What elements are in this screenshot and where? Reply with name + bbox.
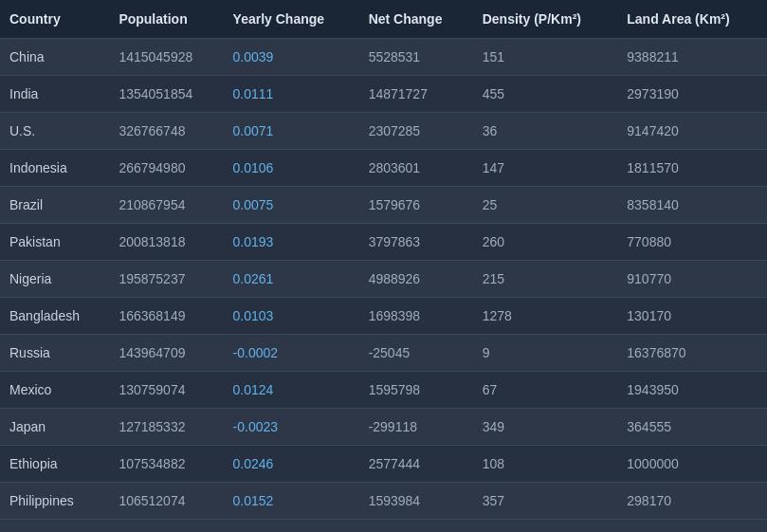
cell-land_area: 9147420 [617, 113, 767, 150]
table-row: Nigeria1958752370.02614988926215910770 [0, 261, 767, 298]
cell-population: 200813818 [109, 224, 223, 261]
cell-land_area: 16376870 [617, 335, 767, 372]
cell-net_change: 1593984 [359, 483, 473, 520]
table-row: Brazil2108679540.00751579676258358140 [0, 187, 767, 224]
column-header-population: Population [109, 0, 223, 39]
cell-net_change: 2307285 [359, 113, 473, 150]
cell-net_change: 1579676 [359, 187, 473, 224]
cell-net_change: -25045 [359, 335, 473, 372]
cell-country: India [0, 76, 109, 113]
cell-population: 1415045928 [109, 39, 223, 76]
cell-land_area: 1943950 [617, 372, 767, 409]
cell-country: U.S. [0, 113, 109, 150]
cell-density: 357 [473, 483, 618, 520]
cell-land_area: 2973190 [617, 76, 767, 113]
cell-population: 127185332 [109, 409, 223, 446]
cell-yearly_change: 0.0124 [224, 372, 359, 409]
cell-yearly_change: 0.0075 [224, 187, 359, 224]
cell-country: Philippines [0, 483, 109, 520]
cell-country: Russia [0, 335, 109, 372]
cell-density: 67 [473, 372, 618, 409]
column-header-country: Country [0, 0, 109, 39]
table-row: China14150459280.003955285311519388211 [0, 39, 767, 76]
cell-density: 260 [473, 224, 618, 261]
cell-density: 147 [473, 150, 618, 187]
table-row: U.S.3267667480.00712307285369147420 [0, 113, 767, 150]
cell-country: Pakistan [0, 224, 109, 261]
cell-population: 130759074 [109, 372, 223, 409]
cell-country: Bangladesh [0, 298, 109, 335]
table-row: Ethiopia1075348820.024625774441081000000 [0, 446, 767, 483]
cell-net_change: 2803601 [359, 150, 473, 187]
cell-density: 1278 [473, 298, 618, 335]
cell-density: 25 [473, 187, 618, 224]
cell-yearly_change: 0.0111 [224, 76, 359, 113]
column-header-land-area: Land Area (Km²) [617, 0, 767, 39]
cell-land_area: 298170 [617, 483, 767, 520]
cell-yearly_change: 0.0103 [224, 298, 359, 335]
cell-population: 326766748 [109, 113, 223, 150]
table-row: India13540518540.0111148717274552973190 [0, 76, 767, 113]
table-row: Bangladesh1663681490.0103169839812781301… [0, 298, 767, 335]
cell-net_change: 1698398 [359, 298, 473, 335]
cell-population: 210867954 [109, 187, 223, 224]
cell-yearly_change: -0.0023 [224, 409, 359, 446]
table-row: Mexico1307590740.01241595798671943950 [0, 372, 767, 409]
cell-net_change: 5528531 [359, 39, 473, 76]
cell-land_area: 9388211 [617, 39, 767, 76]
cell-land_area: 910770 [617, 261, 767, 298]
column-header-density: Density (P/Km²) [473, 0, 618, 39]
cell-population: 266794980 [109, 150, 223, 187]
cell-yearly_change: -0.0002 [224, 335, 359, 372]
cell-density: 9 [473, 335, 618, 372]
cell-country: Nigeria [0, 261, 109, 298]
cell-population: 143964709 [109, 335, 223, 372]
cell-net_change: 2577444 [359, 446, 473, 483]
cell-population: 1354051854 [109, 76, 223, 113]
cell-land_area: 364555 [617, 409, 767, 446]
cell-net_change: 14871727 [359, 76, 473, 113]
cell-country: China [0, 39, 109, 76]
cell-yearly_change: 0.0193 [224, 224, 359, 261]
table-row: Pakistan2008138180.01933797863260770880 [0, 224, 767, 261]
table-row: Philippines1065120740.015215939843572981… [0, 483, 767, 520]
cell-density: 349 [473, 409, 618, 446]
cell-population: 106512074 [109, 483, 223, 520]
cell-land_area: 8358140 [617, 187, 767, 224]
table-row: Indonesia2667949800.01062803601147181157… [0, 150, 767, 187]
cell-density: 215 [473, 261, 618, 298]
cell-yearly_change: 0.0071 [224, 113, 359, 150]
cell-net_change: 3797863 [359, 224, 473, 261]
cell-density: 151 [473, 39, 618, 76]
cell-net_change: 4988926 [359, 261, 473, 298]
cell-country: Brazil [0, 187, 109, 224]
table-header-row: Country Population Yearly Change Net Cha… [0, 0, 767, 39]
cell-land_area: 130170 [617, 298, 767, 335]
cell-net_change: -299118 [359, 409, 473, 446]
cell-country: Ethiopia [0, 446, 109, 483]
population-table: Country Population Yearly Change Net Cha… [0, 0, 767, 520]
cell-land_area: 770880 [617, 224, 767, 261]
cell-population: 107534882 [109, 446, 223, 483]
table-row: Japan127185332-0.0023-299118349364555 [0, 409, 767, 446]
cell-land_area: 1811570 [617, 150, 767, 187]
cell-yearly_change: 0.0106 [224, 150, 359, 187]
cell-yearly_change: 0.0039 [224, 39, 359, 76]
cell-yearly_change: 0.0261 [224, 261, 359, 298]
cell-density: 455 [473, 76, 618, 113]
column-header-yearly-change: Yearly Change [224, 0, 359, 39]
cell-country: Japan [0, 409, 109, 446]
cell-country: Indonesia [0, 150, 109, 187]
cell-yearly_change: 0.0246 [224, 446, 359, 483]
table-row: Russia143964709-0.0002-25045916376870 [0, 335, 767, 372]
cell-land_area: 1000000 [617, 446, 767, 483]
column-header-net-change: Net Change [359, 0, 473, 39]
cell-density: 108 [473, 446, 618, 483]
cell-yearly_change: 0.0152 [224, 483, 359, 520]
cell-density: 36 [473, 113, 618, 150]
cell-population: 195875237 [109, 261, 223, 298]
cell-country: Mexico [0, 372, 109, 409]
cell-net_change: 1595798 [359, 372, 473, 409]
cell-population: 166368149 [109, 298, 223, 335]
